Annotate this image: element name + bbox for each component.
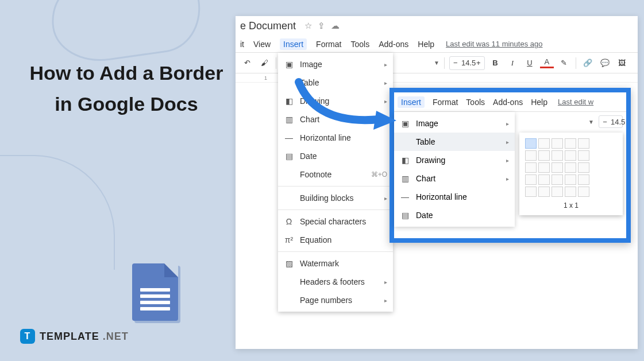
menu-equation[interactable]: π² Equation [278, 231, 393, 249]
inset-menu-help[interactable]: Help [531, 98, 547, 107]
menu-view[interactable]: View [253, 40, 271, 49]
menu-date[interactable]: ▤ Date [278, 147, 393, 165]
cloud-icon[interactable]: ☁ [331, 21, 340, 31]
brand-name: TEMPLATE [40, 331, 99, 343]
grid-cell[interactable] [525, 162, 537, 173]
grid-cell[interactable] [565, 150, 576, 161]
chevron-right-icon: ▸ [506, 157, 509, 164]
inset-menu-hline[interactable]: — Horizontal line [394, 188, 515, 206]
grid-cell[interactable] [578, 150, 589, 161]
underline-button[interactable]: U [523, 56, 537, 70]
grid-cell[interactable] [552, 187, 563, 197]
increase-font-icon[interactable]: + [473, 59, 484, 67]
drawing-icon: ◧ [400, 156, 410, 165]
grid-cell[interactable] [525, 174, 537, 185]
chevron-right-icon: ▸ [506, 139, 509, 145]
menubar: it View Insert Format Tools Add-ons Help… [236, 36, 638, 53]
google-docs-icon [132, 263, 178, 321]
grid-cell[interactable] [552, 174, 563, 185]
grid-cell[interactable] [525, 187, 537, 197]
grid-cell[interactable] [552, 150, 563, 161]
italic-button[interactable]: I [506, 56, 519, 70]
shortcut-label: ⌘+O [371, 170, 387, 178]
inset-menu-format[interactable]: Format [433, 98, 458, 107]
menu-headers[interactable]: Headers & footers ▸ [278, 273, 393, 291]
inset-menu-date[interactable]: ▤ Date [394, 206, 515, 224]
bg-decor-2 [0, 155, 115, 270]
chevron-right-icon: ▸ [384, 61, 387, 68]
star-icon[interactable]: ☆ [304, 21, 312, 31]
grid-cell[interactable] [578, 138, 589, 149]
menu-help[interactable]: Help [418, 40, 434, 49]
menu-tools[interactable]: Tools [350, 40, 369, 49]
callout-arrow-icon [287, 73, 402, 142]
move-icon[interactable]: ⇪ [318, 21, 325, 31]
equation-icon: π² [284, 235, 294, 244]
grid-cell[interactable] [578, 162, 589, 173]
inset-last-edit[interactable]: Last edit w [558, 98, 593, 106]
menu-page-numbers[interactable]: Page numbers ▸ [278, 291, 393, 309]
menu-separator [278, 251, 393, 252]
grid-cell[interactable] [565, 174, 576, 185]
inset-menu-addons[interactable]: Add-ons [493, 98, 523, 107]
inset-toolbar: ▼ − 14.5 [588, 112, 623, 131]
undo-icon[interactable]: ↶ [240, 56, 254, 70]
grid-cell[interactable] [538, 162, 550, 173]
menu-separator [278, 209, 393, 210]
document-title[interactable]: e Document [240, 20, 296, 32]
chart-icon: ▥ [400, 174, 410, 183]
grid-cell[interactable] [538, 150, 550, 161]
grid-cell[interactable] [525, 150, 537, 161]
grid-cell[interactable] [552, 162, 563, 173]
document-titlebar: e Document ☆ ⇪ ☁ [236, 16, 638, 36]
table-grid[interactable] [525, 138, 617, 197]
decrease-font-icon[interactable]: − [599, 118, 611, 126]
inset-insert-dropdown: ▣ Image ▸ Table ▸ ◧ Drawing ▸ ▥ Chart [394, 112, 515, 227]
inset-menu-drawing[interactable]: ◧ Drawing ▸ [394, 151, 515, 169]
grid-cell[interactable] [538, 174, 550, 185]
date-icon: ▤ [400, 211, 410, 220]
image-icon: ▣ [284, 60, 294, 69]
comment-icon[interactable]: 💬 [598, 56, 612, 70]
inset-menu-table[interactable]: Table ▸ [394, 133, 515, 151]
last-edit-link[interactable]: Last edit was 11 minutes ago [446, 40, 542, 48]
font-size-control[interactable]: − 14.5 + [449, 56, 485, 70]
chevron-right-icon: ▸ [506, 121, 509, 127]
table-size-picker[interactable]: 1 x 1 [519, 133, 623, 215]
caret-down-icon[interactable]: ▼ [588, 119, 594, 125]
menu-edit[interactable]: it [240, 40, 244, 49]
menu-addons[interactable]: Add-ons [379, 40, 408, 49]
paint-icon[interactable]: 🖌 [257, 56, 271, 70]
grid-cell[interactable] [565, 162, 576, 173]
grid-cell[interactable] [578, 174, 589, 185]
inset-font-size[interactable]: − 14.5 [599, 115, 623, 128]
grid-cell[interactable] [578, 187, 589, 197]
menu-building-blocks[interactable]: Building blocks ▸ [278, 189, 393, 207]
chevron-right-icon: ▸ [384, 195, 387, 201]
menu-watermark[interactable]: ▨ Watermark [278, 254, 393, 273]
text-color-icon[interactable]: A [540, 58, 554, 68]
watermark-icon: ▨ [284, 259, 294, 268]
font-size-value[interactable]: 14.5 [461, 59, 473, 67]
image-icon[interactable]: 🖼 [615, 56, 629, 70]
highlight-icon[interactable]: ✎ [557, 56, 571, 70]
grid-cell[interactable] [538, 138, 550, 149]
menu-image[interactable]: ▣ Image ▸ [278, 55, 393, 73]
link-icon[interactable]: 🔗 [581, 56, 595, 70]
grid-cell[interactable] [525, 138, 537, 149]
inset-menu-chart[interactable]: ▥ Chart ▸ [394, 169, 515, 188]
menu-special-chars[interactable]: Ω Special characters [278, 212, 393, 231]
omega-icon: Ω [284, 217, 294, 226]
caret-down-icon[interactable]: ▼ [434, 60, 439, 66]
inset-menu-image[interactable]: ▣ Image ▸ [394, 114, 515, 133]
inset-menu-tools[interactable]: Tools [466, 98, 485, 107]
grid-cell[interactable] [538, 187, 550, 197]
grid-cell[interactable] [565, 187, 576, 197]
decrease-font-icon[interactable]: − [450, 59, 461, 67]
menu-format[interactable]: Format [316, 40, 341, 49]
grid-cell[interactable] [552, 138, 563, 149]
menu-footnote[interactable]: Footnote ⌘+O [278, 165, 393, 184]
bold-button[interactable]: B [488, 56, 502, 70]
grid-cell[interactable] [565, 138, 576, 149]
menu-insert[interactable]: Insert [280, 38, 307, 50]
